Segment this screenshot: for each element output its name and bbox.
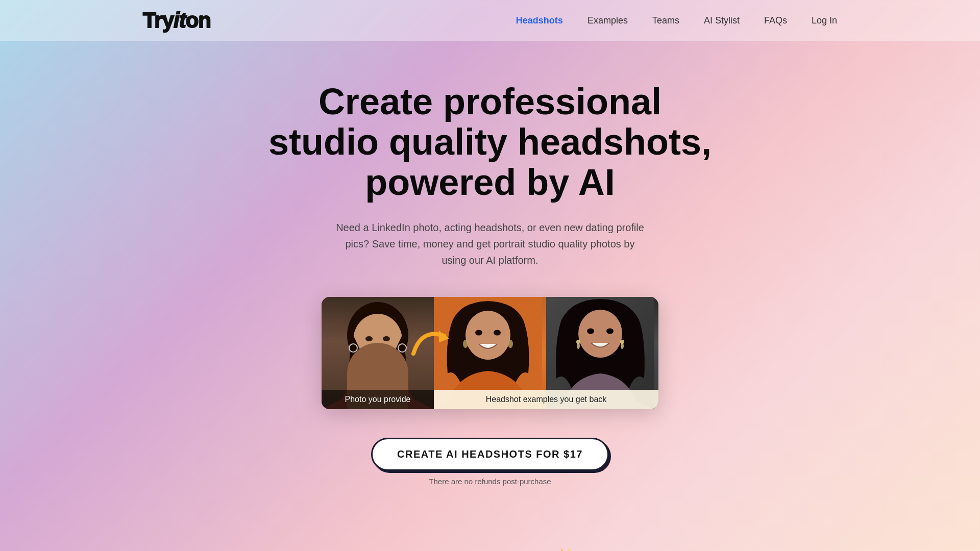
before-after-arrow [411,323,457,366]
hero-subtitle: Need a LinkedIn photo, acting headshots,… [332,219,648,268]
after-label: Headshot examples you get back [434,390,658,409]
nav-faqs[interactable]: FAQs [764,15,787,26]
demo-block: Photo you provide [322,297,658,409]
cta-note: There are no refunds post-purchase [429,477,551,486]
svg-point-21 [621,343,624,349]
svg-point-17 [606,328,614,334]
nav-examples[interactable]: Examples [587,15,628,26]
logo[interactable]: Tryiton [143,10,211,31]
hero-section: Create professional studio quality heads… [0,41,980,516]
svg-point-8 [465,311,510,360]
svg-point-19 [577,343,580,349]
svg-point-11 [463,340,468,348]
svg-point-10 [494,330,501,335]
svg-point-3 [365,336,373,341]
svg-point-2 [353,314,402,367]
nav-headshots[interactable]: Headshots [516,15,563,26]
svg-point-16 [587,328,594,334]
demo-after-panel: Headshot examples you get back [434,297,658,409]
nav-links: Headshots Examples Teams AI Stylist FAQs… [516,15,837,26]
nav-ai-stylist[interactable]: AI Stylist [704,15,740,26]
cta-button[interactable]: CREATE AI HEADSHOTS FOR $17 [371,438,609,471]
cta-section: CREATE AI HEADSHOTS FOR $17 There are no… [371,438,609,486]
svg-point-15 [578,310,622,358]
svg-point-9 [475,330,482,335]
recent-clients-title: Recent clients ✨ [102,547,878,551]
before-label: Photo you provide [322,390,434,409]
svg-marker-0 [439,331,449,342]
hero-title: Create professional studio quality heads… [260,82,720,203]
svg-point-12 [508,340,513,348]
svg-point-4 [383,336,390,341]
navbar: Tryiton Headshots Examples Teams AI Styl… [0,0,980,41]
recent-clients-section: Recent clients ✨ [0,516,980,551]
nav-login[interactable]: Log In [812,15,837,26]
nav-teams[interactable]: Teams [652,15,679,26]
